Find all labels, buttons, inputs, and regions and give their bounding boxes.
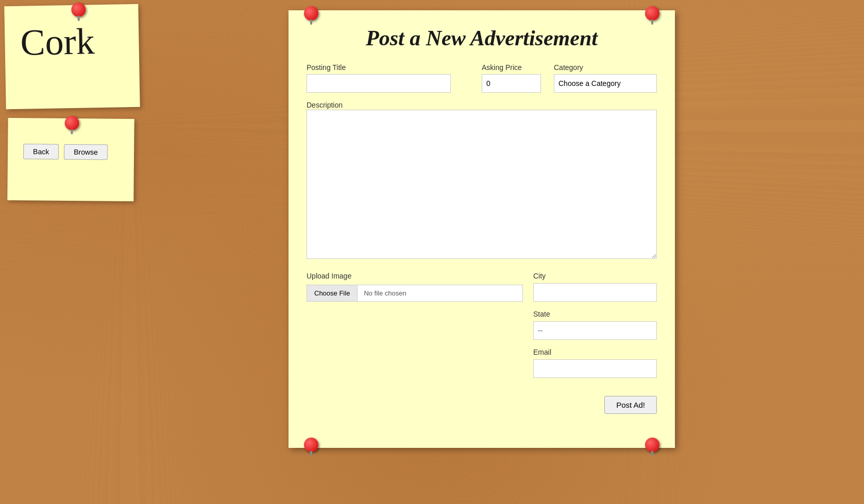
email-label: Email — [533, 348, 551, 356]
post-btn-section: Post Ad! — [307, 396, 657, 414]
bottom-section: Upload Image Choose File No file chosen … — [307, 271, 657, 386]
description-section: Description — [307, 100, 657, 261]
upload-image-label: Upload Image — [307, 272, 351, 280]
category-select[interactable]: Choose a Category For Sale Housing Jobs … — [554, 74, 657, 93]
upload-section: Upload Image Choose File No file chosen — [307, 271, 523, 302]
pushpin-panel-tl — [304, 6, 318, 21]
app-logo: Cork — [20, 22, 129, 61]
browse-button[interactable]: Browse — [64, 144, 108, 160]
city-label: City — [533, 272, 546, 280]
main-form-panel: Post a New Advertisement Posting Title A… — [289, 10, 675, 448]
pushpin-panel-tr — [645, 6, 659, 21]
state-input[interactable] — [533, 321, 657, 340]
category-field: Category Choose a Category For Sale Hous… — [554, 63, 657, 93]
state-field: State — [533, 309, 657, 340]
asking-price-input[interactable] — [482, 74, 541, 93]
pushpin-title — [71, 3, 86, 17]
post-ad-button[interactable]: Post Ad! — [604, 396, 657, 414]
email-input[interactable] — [533, 359, 657, 378]
pushpin-panel-br — [645, 438, 659, 452]
state-label: State — [533, 310, 550, 318]
city-field: City — [533, 271, 657, 302]
asking-price-label: Asking Price — [482, 63, 544, 72]
file-status-label: No file chosen — [358, 285, 412, 301]
category-label: Category — [554, 63, 657, 72]
email-field: Email — [533, 347, 657, 378]
choose-file-button[interactable]: Choose File — [307, 285, 358, 301]
description-textarea[interactable] — [307, 110, 657, 259]
sticky-note-title: Cork — [4, 4, 140, 110]
description-label: Description — [307, 101, 343, 109]
posting-title-label: Posting Title — [307, 63, 471, 72]
pushpin-nav — [64, 116, 79, 130]
location-section: City State Email — [533, 271, 657, 386]
posting-title-field: Posting Title — [307, 63, 471, 93]
file-input-wrapper: Choose File No file chosen — [307, 285, 523, 302]
posting-title-input[interactable] — [307, 74, 451, 93]
sticky-note-nav: Back Browse — [7, 118, 134, 201]
pushpin-panel-bl — [304, 438, 318, 452]
back-button[interactable]: Back — [23, 144, 59, 160]
form-title: Post a New Advertisement — [307, 26, 657, 50]
asking-price-field: Asking Price — [482, 63, 544, 93]
city-input[interactable] — [533, 283, 657, 302]
